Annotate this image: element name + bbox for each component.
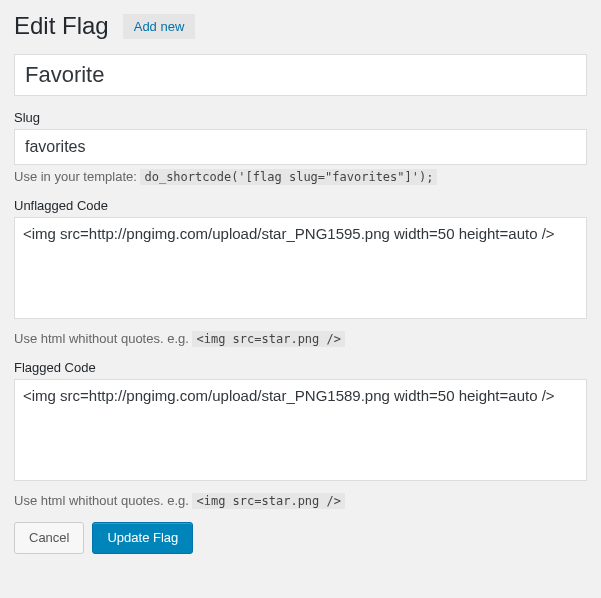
unflagged-label: Unflagged Code: [14, 198, 587, 213]
slug-hint-code: do_shortcode('[flag slug="favorites"]');: [140, 169, 437, 185]
flagged-code-textarea[interactable]: <img src=http://pngimg.com/upload/star_P…: [14, 379, 587, 481]
button-row: Cancel Update Flag: [14, 522, 587, 554]
unflagged-hint-code: <img src=star.png />: [192, 331, 345, 347]
slug-hint: Use in your template: do_shortcode('[fla…: [14, 169, 587, 184]
page-title: Edit Flag: [14, 12, 109, 40]
add-new-button[interactable]: Add new: [123, 14, 196, 39]
flag-name-input[interactable]: [14, 54, 587, 96]
flagged-hint-text: Use html whithout quotes. e.g.: [14, 493, 192, 508]
flagged-label: Flagged Code: [14, 360, 587, 375]
flagged-hint: Use html whithout quotes. e.g. <img src=…: [14, 493, 587, 508]
unflagged-hint: Use html whithout quotes. e.g. <img src=…: [14, 331, 587, 346]
slug-hint-text: Use in your template:: [14, 169, 140, 184]
cancel-button[interactable]: Cancel: [14, 522, 84, 554]
slug-input[interactable]: [14, 129, 587, 165]
update-flag-button[interactable]: Update Flag: [92, 522, 193, 554]
flagged-hint-code: <img src=star.png />: [192, 493, 345, 509]
unflagged-hint-text: Use html whithout quotes. e.g.: [14, 331, 192, 346]
unflagged-code-textarea[interactable]: <img src=http://pngimg.com/upload/star_P…: [14, 217, 587, 319]
slug-label: Slug: [14, 110, 587, 125]
page-header: Edit Flag Add new: [14, 12, 587, 40]
